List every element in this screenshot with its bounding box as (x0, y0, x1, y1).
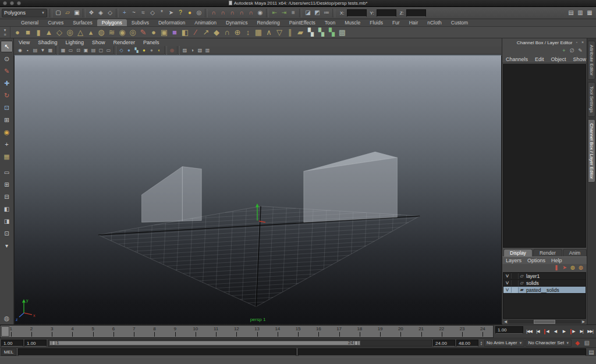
shelf-tab-fur[interactable]: Fur (388, 19, 405, 26)
shelf-tab-subdivs[interactable]: Subdivs (127, 19, 154, 26)
bookmark-icon[interactable]: ▼ (39, 47, 47, 54)
shelf-menu-icon[interactable]: ≡ (2, 33, 9, 37)
save-scene-icon[interactable]: ▣ (72, 8, 81, 17)
open-scene-icon[interactable]: ▱ (63, 8, 72, 17)
animation-start-field[interactable]: 1.00 (1, 340, 23, 347)
select-component-mode-icon[interactable]: ◇ (105, 8, 115, 17)
anim-layer-menu[interactable]: No Anim Layer▼ (484, 340, 524, 347)
snap-to-view-plane-icon[interactable]: ∩ (246, 8, 256, 17)
frame-15[interactable]: 15 (288, 326, 308, 337)
layer-editor-tab-display[interactable]: Display (503, 249, 533, 256)
dock-tab-tool-settings[interactable]: Tool Settings (588, 82, 595, 117)
frame-18[interactable]: 18 (349, 326, 370, 337)
lasso-select-tool[interactable]: ⊙ (1, 53, 13, 65)
frame-17[interactable]: 17 (329, 326, 349, 337)
shelf-tab-general[interactable]: General (16, 19, 43, 26)
manipulator-axis-icon[interactable]: + (560, 47, 568, 55)
auto-keyframe-icon[interactable]: ◆ (573, 338, 582, 348)
layer-editor-menu-layers[interactable]: Layers (506, 258, 522, 263)
shelf-tab-curves[interactable]: Curves (43, 19, 68, 26)
dock-tab-attribute-editor[interactable]: Attribute Editor (588, 41, 595, 80)
universal-manipulator-tool[interactable]: ⊞ (1, 114, 13, 126)
split-layout-button[interactable]: ⊡ (1, 227, 13, 239)
frame-11[interactable]: 11 (206, 326, 226, 337)
panel-menu-renderer[interactable]: Renderer (113, 40, 135, 45)
panel-menu-show[interactable]: Show (92, 40, 105, 45)
output-connections-icon[interactable]: ⇥ (279, 8, 289, 17)
safe-title-icon[interactable]: ▭ (105, 47, 112, 54)
sculpt-geometry-icon[interactable]: ✎ (138, 27, 148, 38)
channel-box-contents[interactable] (503, 64, 586, 248)
frame-4[interactable]: 4 (62, 326, 83, 337)
animation-end-field[interactable]: 48.00 (456, 340, 478, 347)
smooth-icon[interactable]: ● (148, 27, 159, 38)
shelf-tab-dynamics[interactable]: Dynamics (221, 19, 252, 26)
bridge-icon[interactable]: ∩ (222, 27, 232, 38)
frame-5[interactable]: 5 (83, 326, 103, 337)
shelf-tab-ncloth[interactable]: nCloth (423, 19, 446, 26)
frame-14[interactable]: 14 (267, 326, 288, 337)
shelf-tab-surfaces[interactable]: Surfaces (68, 19, 97, 26)
poly-cylinder-icon[interactable]: ▮ (33, 27, 44, 38)
smooth-shade-icon[interactable]: ● (125, 47, 133, 54)
make-live-icon[interactable]: ◉ (256, 8, 265, 17)
construction-history-icon[interactable]: ≡ (289, 8, 298, 17)
layer-visibility-toggle[interactable]: V (503, 280, 512, 286)
select-surfaces-mask-icon[interactable]: ◇ (148, 8, 157, 17)
poly-plane-icon[interactable]: ◇ (54, 27, 65, 38)
multi-lister-icon[interactable]: ▧ (196, 47, 204, 54)
layer-editor-tab-anim[interactable]: Anim (563, 249, 587, 256)
step-forward-key-button[interactable]: ▶ (569, 327, 577, 336)
render-settings-icon[interactable]: ≔ (322, 8, 331, 17)
shelf-tab-rendering[interactable]: Rendering (252, 19, 284, 26)
range-slider-bar[interactable]: 1 24 (49, 341, 360, 345)
use-all-lights-icon[interactable]: ● (140, 47, 148, 54)
show-manipulator-tool[interactable]: + (1, 138, 13, 150)
select-misc-mask-icon[interactable]: ? (176, 8, 185, 17)
checker-map-2-icon[interactable]: ▚ (316, 27, 327, 38)
show-tool-settings-icon[interactable]: ▥ (576, 8, 585, 17)
toolbox-extra-icon[interactable]: ◍ (1, 312, 13, 324)
shadows-icon[interactable]: ● (148, 47, 155, 54)
shelf-tab-polygons[interactable]: Polygons (97, 19, 127, 26)
ambient-occlusion-icon[interactable]: ◐ (155, 47, 163, 54)
play-backwards-button[interactable]: ◀ (551, 327, 559, 336)
layer-row[interactable]: V▰pasted__solids (503, 287, 586, 294)
snap-to-curve-icon[interactable]: ∩ (218, 8, 228, 17)
lock-selection-icon[interactable]: ● (185, 8, 194, 17)
combine-icon[interactable]: ▣ (159, 27, 169, 38)
shelf-tab-painteffects[interactable]: PaintEffects (285, 19, 320, 26)
textured-icon[interactable]: ▚ (133, 47, 140, 54)
time-slider-ticks[interactable]: 123456789101112131415161718192021222324 (0, 325, 494, 338)
frame-23[interactable]: 23 (452, 326, 473, 337)
frame-24[interactable]: 24 (473, 326, 493, 337)
reduce-icon[interactable]: ▽ (274, 27, 285, 38)
render-current-frame-icon[interactable]: ◪ (303, 8, 313, 17)
image-plane-icon[interactable]: ▦ (47, 47, 54, 54)
frame-20[interactable]: 20 (391, 326, 411, 337)
shelf-tab-animation[interactable]: Animation (190, 19, 221, 26)
frame-13[interactable]: 13 (247, 326, 267, 337)
frame-16[interactable]: 16 (308, 326, 329, 337)
poly-soccer-ball-icon[interactable]: ◉ (117, 27, 127, 38)
snap-to-grid-icon[interactable]: ∩ (209, 8, 218, 17)
show-channel-box-icon[interactable]: ▦ (585, 8, 594, 17)
poly-cube-icon[interactable]: ■ (23, 27, 33, 38)
layer-editor-menu-options[interactable]: Options (527, 258, 545, 263)
field-chart-icon[interactable]: ▤ (90, 47, 97, 54)
playback-start-field[interactable]: 1.00 (24, 340, 47, 347)
dock-tab-channel-box-layer-editor[interactable]: Channel Box / Layer Editor (588, 119, 595, 183)
show-attribute-editor-icon[interactable]: ▤ (566, 8, 576, 17)
panel-menu-shading[interactable]: Shading (38, 40, 57, 45)
split-polygon-icon[interactable]: ∕ (190, 27, 201, 38)
scrollbar-track[interactable] (508, 320, 581, 324)
shelf-tab-muscle[interactable]: Muscle (340, 19, 365, 26)
x-coordinate-input[interactable] (347, 9, 367, 17)
mel-label[interactable]: MEL (1, 348, 16, 356)
fill-hole-icon[interactable]: ▰ (295, 27, 306, 38)
layer-color-swatch[interactable]: ▱ (519, 280, 525, 286)
poly-cone-icon[interactable]: ▲ (44, 27, 54, 38)
paint-select-tool[interactable]: ✎ (1, 65, 13, 77)
select-deformations-mask-icon[interactable]: * (157, 8, 166, 17)
crease-tool-icon[interactable]: ∧ (264, 27, 274, 38)
